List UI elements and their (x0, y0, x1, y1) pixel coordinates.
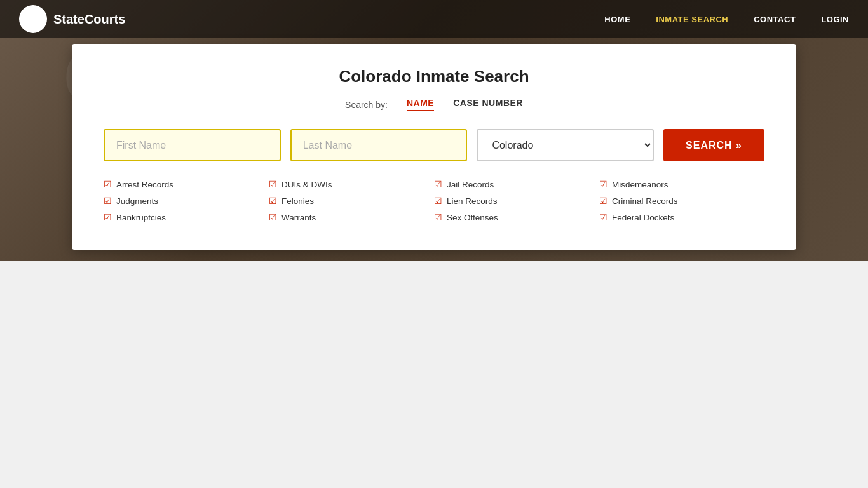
search-row: Colorado AlabamaAlaskaArizonaArkansas Ca… (104, 129, 764, 161)
feature-label-11: Federal Dockets (612, 213, 674, 222)
feature-label-1: Judgments (116, 196, 158, 206)
check-icon-11: ☑ (599, 212, 607, 222)
logo-icon: 🏛 (19, 5, 47, 33)
last-name-input[interactable] (290, 129, 468, 161)
nav-home[interactable]: HOME (604, 15, 630, 24)
check-icon-4: ☑ (269, 196, 277, 206)
nav-inmate-search[interactable]: INMATE SEARCH (656, 15, 728, 24)
feature-label-4: Felonies (281, 196, 314, 206)
check-icon-3: ☑ (269, 179, 277, 189)
feature-judgments: ☑ Judgments (104, 194, 269, 208)
nav-links: HOME INMATE SEARCH CONTACT LOGIN (604, 14, 849, 24)
feature-criminal-records: ☑ Criminal Records (599, 194, 764, 208)
check-icon-1: ☑ (104, 196, 112, 206)
feature-label-6: Jail Records (447, 180, 494, 189)
check-icon-2: ☑ (104, 212, 112, 222)
check-icon-8: ☑ (434, 212, 442, 222)
feature-label-9: Misdemeanors (612, 180, 668, 189)
feature-felonies: ☑ Felonies (269, 194, 434, 208)
feature-label-10: Criminal Records (612, 196, 678, 206)
feature-arrest-records: ☑ Arrest Records (104, 177, 269, 191)
logo-text: StateCourts (53, 12, 125, 27)
feature-label-7: Lien Records (447, 196, 498, 206)
check-icon-6: ☑ (434, 179, 442, 189)
first-name-input[interactable] (104, 129, 281, 161)
search-card: Colorado Inmate Search Search by: NAME C… (72, 44, 796, 250)
logo-link[interactable]: 🏛 StateCourts (19, 5, 125, 33)
feature-label-0: Arrest Records (116, 180, 173, 189)
nav-login[interactable]: LOGIN (821, 15, 849, 24)
feature-jail-records: ☑ Jail Records (434, 177, 599, 191)
nav-contact[interactable]: CONTACT (754, 15, 796, 24)
check-icon-7: ☑ (434, 196, 442, 206)
feature-label-3: DUIs & DWIs (281, 180, 332, 189)
feature-lien-records: ☑ Lien Records (434, 194, 599, 208)
check-icon-9: ☑ (599, 179, 607, 189)
feature-warrants: ☑ Warrants (269, 210, 434, 224)
search-by-label: Search by: (345, 100, 388, 110)
search-card-title: Colorado Inmate Search (104, 67, 764, 86)
state-select[interactable]: Colorado AlabamaAlaskaArizonaArkansas Ca… (477, 129, 654, 161)
feature-duis: ☑ DUIs & DWIs (269, 177, 434, 191)
hero-section: COURTHOUSE 🏛 StateCourts HOME INMATE SEA… (0, 0, 868, 261)
feature-federal-dockets: ☑ Federal Dockets (599, 210, 764, 224)
feature-label-8: Sex Offenses (447, 213, 498, 222)
feature-label-5: Warrants (281, 213, 316, 222)
tab-case-number[interactable]: CASE NUMBER (453, 98, 523, 111)
feature-sex-offenses: ☑ Sex Offenses (434, 210, 599, 224)
features-grid: ☑ Arrest Records ☑ DUIs & DWIs ☑ Jail Re… (104, 177, 764, 224)
check-icon-0: ☑ (104, 179, 112, 189)
check-icon-5: ☑ (269, 212, 277, 222)
feature-misdemeanors: ☑ Misdemeanors (599, 177, 764, 191)
navbar: 🏛 StateCourts HOME INMATE SEARCH CONTACT… (0, 0, 868, 38)
search-button[interactable]: SEARCH » (663, 129, 764, 161)
search-tabs: Search by: NAME CASE NUMBER (104, 98, 764, 111)
feature-label-2: Bankruptcies (116, 213, 166, 222)
tab-name[interactable]: NAME (407, 98, 434, 111)
check-icon-10: ☑ (599, 196, 607, 206)
feature-bankruptcies: ☑ Bankruptcies (104, 210, 269, 224)
